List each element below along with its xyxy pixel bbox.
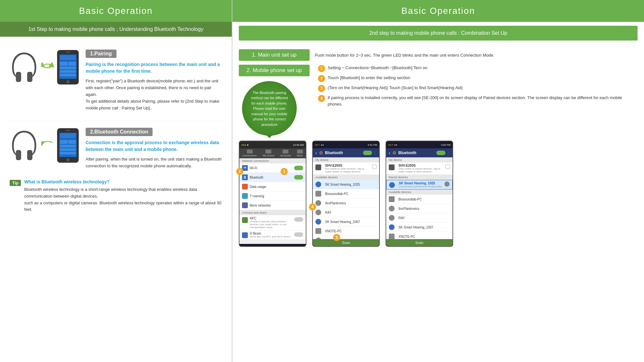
phone-screen-1: ●●● ■ 10:56 AM Connections My device Acc… — [239, 141, 306, 247]
my-device-item-3: SHV-E250S Only visible to paired devices… — [386, 162, 453, 175]
sbeam-item[interactable]: S Beam Send files via NFC and Wi-Fi Dire… — [239, 230, 306, 240]
phone-image-bluetooth — [57, 128, 79, 163]
connect-share-label: Connect and share — [239, 210, 306, 215]
bluetooth-item[interactable]: B Bluetooth — [239, 173, 306, 182]
nfc-toggle[interactable] — [294, 217, 303, 222]
svg-rect-10 — [66, 52, 70, 53]
step-item-4: 4 If pairing process is installed correc… — [318, 95, 638, 107]
steps-list: 1 Setting − Connections−Bluetooth −[Blue… — [318, 65, 638, 107]
setup2-banner: 2. Mobile phone set up — [239, 65, 310, 76]
screen2-item-4[interactable]: SK Smart Hearing_1007 — [313, 217, 379, 227]
right-header: Basic Operation — [232, 0, 644, 22]
tip-badge: Tip — [10, 180, 21, 186]
more-name: More networks — [250, 204, 303, 207]
step-num-4: 4 — [318, 95, 325, 102]
left-panel: Basic Operation 1st Step to making mobil… — [0, 0, 232, 362]
conn-tab-connections[interactable]: Connections — [242, 150, 257, 157]
bt-icon: B — [242, 174, 248, 180]
pairing-body: First, register("pair") a Bluetooth devi… — [86, 78, 222, 111]
troaming-icon — [242, 193, 248, 199]
svg-rect-17 — [60, 145, 76, 147]
speech-bubble: The Bluetooth pairing method can be diff… — [242, 81, 297, 136]
svg-rect-18 — [60, 148, 76, 151]
bluetooth-text: 2.Bluetooth Connection Connection is the… — [86, 128, 222, 170]
gear-icon-3[interactable] — [444, 181, 450, 187]
svg-rect-4 — [60, 62, 68, 66]
step-item-1: 1 Setting − Connections−Bluetooth −[Blue… — [318, 65, 638, 72]
my-device-label-3: My device — [386, 157, 453, 162]
screen3-item-2[interactable]: RAY — [386, 213, 453, 223]
my-device-label: My device — [313, 157, 379, 162]
step-num-3: 3 — [318, 85, 325, 92]
arrow-icon — [41, 60, 54, 75]
step-num-1: 1 — [318, 65, 325, 72]
svg-rect-3 — [60, 55, 76, 60]
status-bar-2: SKT ●● 3:51 PM — [313, 141, 379, 148]
conn-tab-more[interactable]: More — [297, 150, 303, 157]
paired-devices-label: Paired devices — [386, 175, 453, 180]
sbeam-name: S Beam — [250, 232, 292, 235]
svg-rect-5 — [68, 62, 76, 66]
screen2-container: 4 3 SKT ●● 3:51 PM ‹ — [312, 141, 380, 247]
screen2-item-0[interactable]: SK Smart Hearing_1025 — [313, 180, 379, 189]
tip-box: Tip What is Bluetooth wireless technolog… — [10, 179, 222, 213]
troaming-item[interactable]: T roaming — [239, 191, 306, 201]
screen3-container: SKT ●● 3:52 PM ‹ ⚙ Bluetooth — [386, 141, 453, 247]
setup1-banner: 1. Main unit set up — [239, 49, 310, 61]
screen3-item-3[interactable]: SK Smart Hearing_1007 — [386, 223, 453, 232]
conn-tabs: Connections My device Accounts More — [239, 148, 306, 158]
more-networks-item[interactable]: More networks — [239, 201, 306, 210]
data-usage-item[interactable]: Data usage — [239, 182, 306, 191]
svg-rect-6 — [60, 67, 76, 69]
time-2: 3:51 PM — [368, 144, 377, 146]
screen2-item-1[interactable]: Biosoundlab-PC — [313, 189, 379, 199]
arrow-icon-2 — [41, 138, 54, 153]
pairing-images — [10, 50, 79, 85]
nfc-icon — [242, 217, 248, 223]
screen3-item-1[interactable]: 9xxPlantronics — [386, 204, 453, 213]
step-item-3: 3 (Tern on the Smart(Hearing Aid)) Touch… — [318, 85, 638, 92]
screen1-container: 2 1 ●●● ■ 10:56 AM Conne — [239, 141, 306, 247]
step-num-2: 2 — [318, 75, 325, 82]
network-connections-label: Network connections — [239, 158, 306, 163]
svg-point-9 — [66, 80, 70, 83]
bluetooth-highlight: Connection is the approval process to ex… — [86, 139, 222, 153]
tip-text: Bluetooth wireless technology is a short… — [24, 186, 222, 213]
screen2-item-2[interactable]: 9xxPlantronics — [313, 199, 379, 208]
sbeam-icon — [242, 232, 248, 238]
pairing-highlight: Pairing is the recognition process betwe… — [86, 61, 222, 75]
screen2-appbar: ‹ ⚙ Bluetooth ⋮ — [313, 148, 379, 157]
pairing-text: 1.Pairing Pairing is the recognition pro… — [86, 50, 222, 111]
pairing-section: 1.Pairing Pairing is the recognition pro… — [10, 50, 222, 111]
conn-tab-accounts[interactable]: Accounts — [280, 150, 291, 157]
screen2-item-3[interactable]: RAY — [313, 208, 379, 217]
nfc-name: NFC — [250, 217, 292, 220]
phone-screen-3: SKT ●● 3:52 PM ‹ ⚙ Bluetooth — [386, 141, 453, 247]
bt-toggle[interactable] — [294, 175, 303, 180]
scan-button-3[interactable]: Scan — [386, 239, 453, 246]
sbeam-toggle[interactable] — [294, 232, 303, 237]
svg-rect-14 — [60, 133, 76, 138]
bluetooth-title: 2.Bluetooth Connection — [86, 128, 153, 136]
scan-button-2[interactable]: Scan — [313, 239, 379, 246]
step-text-4: If pairing process is installed correctl… — [328, 95, 638, 107]
screen3-item-0[interactable]: Biosoundlab-PC — [386, 195, 453, 204]
right-step-banner: 2nd step to making mobile phone calls : … — [239, 26, 638, 41]
svg-point-20 — [66, 158, 70, 162]
setup1-desc: Push mode button for 2~3 sec. The green … — [315, 52, 638, 59]
bt-name: Bluetooth — [250, 176, 292, 179]
svg-rect-16 — [68, 140, 76, 144]
screen3-paired-item-0[interactable]: SK Smart Hearing_1025 Connected to phone… — [386, 180, 453, 190]
conn-tab-mydevice[interactable]: My device — [263, 150, 274, 157]
data-icon — [242, 184, 248, 190]
wifi-toggle[interactable] — [294, 166, 303, 170]
left-header: Basic Operation — [0, 0, 232, 22]
screens-area: 2 1 ●●● ■ 10:56 AM Conne — [239, 141, 638, 247]
wifi-item[interactable]: Wi-Fi — [239, 163, 306, 173]
data-name: Data usage — [250, 185, 303, 189]
step-item-2: 2 Touch [Bluetooth] to enter the setting… — [318, 75, 638, 82]
nfc-item[interactable]: NFC Unable to transfer data between devi… — [239, 215, 306, 230]
bluetooth-images — [10, 128, 79, 163]
screen2-item-5[interactable]: XNOTE-PC — [313, 227, 379, 236]
phone-image-pairing — [57, 50, 79, 85]
